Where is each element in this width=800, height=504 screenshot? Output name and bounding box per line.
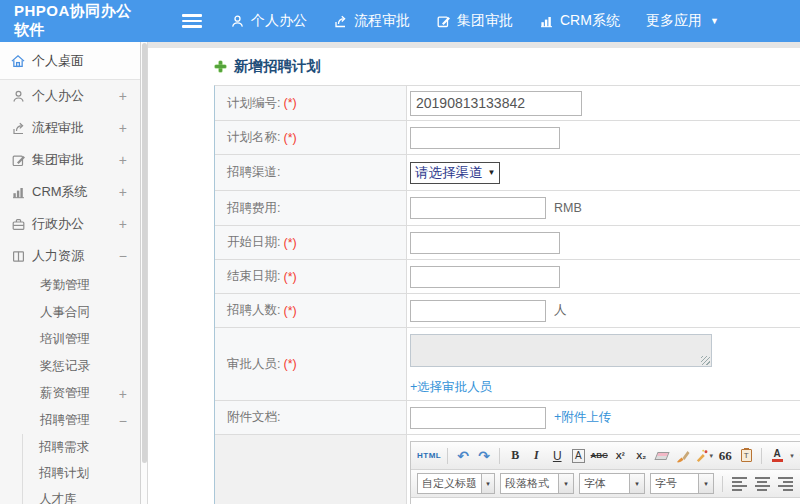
paste-plain-button[interactable]: T [737,446,755,466]
align-right-button[interactable] [777,474,795,494]
sidebar-scrollbar[interactable] [140,42,147,504]
topnav-label: CRM系统 [560,12,620,30]
expand-toggle[interactable]: + [119,184,127,200]
select-value: 段落格式 [501,476,558,491]
approvers-textarea[interactable] [410,334,712,367]
expand-toggle[interactable]: − [119,413,127,429]
sidebar-item-label: 招聘计划 [39,465,89,482]
source-code-button[interactable]: HTML [417,446,441,466]
field-label: 计划编号: [227,95,280,112]
sidebar-item-label: 个人办公 [32,87,119,105]
form-row-plan-name: 计划名称:(*) [215,121,800,155]
font-size-select[interactable]: 字号▾ [650,473,714,494]
sidebar-item-label: 个人桌面 [32,52,127,70]
toolbar-separator [761,448,762,464]
start-date-input[interactable] [410,232,560,254]
sidebar-item-recruitment[interactable]: 招聘管理 − [0,407,147,434]
redo-icon[interactable]: ↷ [475,446,493,466]
attachment-input[interactable] [410,407,546,429]
end-date-input[interactable] [410,266,560,288]
expand-toggle[interactable]: + [119,216,127,232]
sidebar-item-group-approval[interactable]: 集团审批 + [0,144,147,176]
sidebar-item-salary[interactable]: 薪资管理 + [0,380,147,407]
app-logo[interactable]: PHPOA协同办公软件 [0,2,160,40]
sidebar-item-workflow-approval[interactable]: 流程审批 + [0,112,147,144]
strikethrough-button[interactable]: ABC [590,446,608,466]
sidebar-item-label: 行政办公 [32,215,119,233]
menu-toggle-icon[interactable] [182,14,202,28]
topnav-group-approval[interactable]: 集团审批 [436,12,513,30]
required-mark: (*) [283,131,296,145]
person-icon [230,14,245,29]
select-value: 自定义标题 [418,476,481,491]
sidebar-item-admin-office[interactable]: 行政办公 + [0,208,147,240]
underline-button[interactable]: U [548,446,566,466]
topnav-more-apps[interactable]: 更多应用 ▼ [646,12,719,30]
align-left-icon [732,477,749,491]
subscript-button[interactable]: X₂ [632,446,650,466]
sidebar-item-recruit-demand[interactable]: 招聘需求 [23,434,147,460]
expand-toggle[interactable]: + [119,386,127,402]
editor-content-area[interactable] [411,498,800,504]
remove-format-button[interactable] [653,446,671,466]
recruit-plan-form: 计划编号:(*) 计划名称:(*) 招聘渠道: 请选择渠道 ▼ [214,85,800,504]
topnav-workflow-approval[interactable]: 流程审批 [333,12,410,30]
caret-down-icon: ▾ [481,474,494,493]
expand-toggle[interactable]: + [119,88,127,104]
paragraph-format-select[interactable]: 段落格式▾ [500,473,574,494]
sidebar-item-hr-contract[interactable]: 人事合同 [0,299,147,326]
select-value: 请选择渠道 [415,164,483,182]
expand-toggle[interactable]: + [119,120,127,136]
sidebar-item-label: 集团审批 [32,151,119,169]
superscript-button[interactable]: X² [611,446,629,466]
sidebar-item-crm[interactable]: CRM系统 + [0,176,147,208]
toolbar-separator [447,448,448,464]
plan-number-input[interactable] [410,91,582,116]
custom-title-select[interactable]: 自定义标题▾ [417,473,495,494]
bar-chart-icon [539,14,554,29]
fee-input[interactable] [410,197,546,219]
sidebar-item-training[interactable]: 培训管理 [0,326,147,353]
toolbar-separator [499,448,500,464]
format-painter-button[interactable] [674,446,692,466]
align-center-icon [755,477,772,491]
sidebar-item-attendance[interactable]: 考勤管理 [0,272,147,299]
align-left-button[interactable] [731,474,749,494]
form-row-start-date: 开始日期:(*) [215,226,800,260]
rich-text-editor: HTML ↶ ↷ B I U A ABC X² [410,441,800,504]
scrollbar-thumb[interactable] [142,43,147,463]
required-mark: (*) [283,236,296,250]
undo-icon[interactable]: ↶ [454,446,472,466]
expand-toggle[interactable]: + [119,152,127,168]
expand-toggle[interactable]: − [119,248,127,264]
attachment-upload-link[interactable]: +附件上传 [554,409,611,426]
topnav-label: 流程审批 [354,12,410,30]
topnav-label: 集团审批 [457,12,513,30]
topnav-personal-office[interactable]: 个人办公 [230,12,307,30]
channel-select[interactable]: 请选择渠道 ▼ [410,162,500,184]
select-approvers-link[interactable]: +选择审批人员 [410,379,492,396]
topnav-label: 更多应用 [646,12,702,30]
align-center-button[interactable] [754,474,772,494]
font-color-button[interactable]: A [768,446,786,466]
plan-name-input[interactable] [410,127,560,149]
field-label: 招聘人数: [227,302,280,319]
resize-handle[interactable] [701,356,710,365]
sidebar-item-desktop[interactable]: 个人桌面 [0,42,147,80]
sidebar-item-recruit-plan[interactable]: 招聘计划 [23,460,147,486]
autotypeset-button[interactable]: ▾ [695,446,713,466]
topnav-crm[interactable]: CRM系统 [539,12,620,30]
italic-button[interactable]: I [527,446,545,466]
font-border-button[interactable]: A [572,449,585,463]
send-arrow-icon [333,14,348,29]
sidebar-item-rewards[interactable]: 奖惩记录 [0,353,147,380]
field-label: 开始日期: [227,234,280,251]
sidebar-item-hr[interactable]: 人力资源 − [0,240,147,272]
headcount-input[interactable] [410,300,546,322]
bold-button[interactable]: B [506,446,524,466]
sidebar-item-personal-office[interactable]: 个人办公 + [0,80,147,112]
font-color-label: A [774,449,781,458]
font-family-select[interactable]: 字体▾ [579,473,645,494]
blockquote-button[interactable]: 66 [716,446,734,466]
sidebar-item-talent-pool[interactable]: 人才库 [23,486,147,504]
